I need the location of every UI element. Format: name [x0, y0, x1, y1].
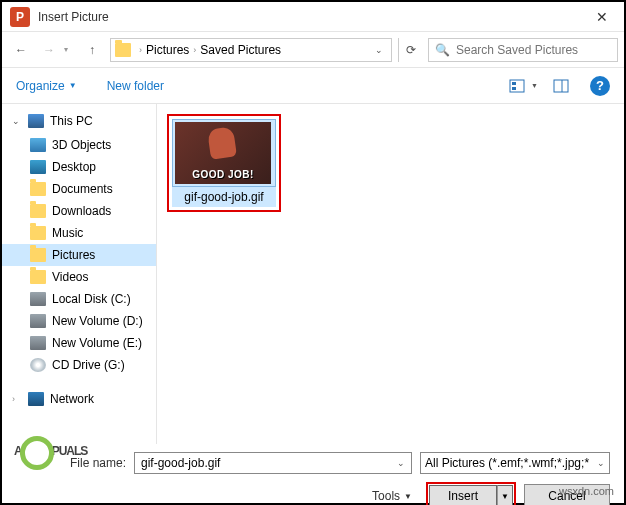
folder-icon [30, 270, 46, 284]
file-name-label: gif-good-job.gif [172, 187, 276, 207]
preview-pane-button[interactable] [548, 75, 574, 97]
this-pc-icon [28, 114, 44, 128]
view-mode-button[interactable]: ▼ [504, 75, 530, 97]
tree-item[interactable]: 3D Objects [2, 134, 156, 156]
svg-rect-3 [554, 80, 568, 92]
tree-label: CD Drive (G:) [52, 358, 125, 372]
dialog-footer: File name: ⌄ All Pictures (*.emf;*.wmf;*… [2, 444, 624, 505]
tree-label: Videos [52, 270, 88, 284]
filename-input[interactable] [139, 455, 395, 471]
tree-item[interactable]: Pictures [2, 244, 156, 266]
tree-label: 3D Objects [52, 138, 111, 152]
breadcrumb-pictures[interactable]: Pictures [146, 43, 189, 57]
tree-label: Music [52, 226, 83, 240]
tree-label: New Volume (E:) [52, 336, 142, 350]
chevron-down-icon: ▼ [69, 81, 77, 90]
address-dropdown-icon[interactable]: ⌄ [371, 45, 387, 55]
refresh-button[interactable]: ⟳ [398, 38, 422, 62]
tree-label: This PC [50, 114, 93, 128]
close-button[interactable]: ✕ [579, 2, 624, 32]
tree-label: Downloads [52, 204, 111, 218]
address-bar[interactable]: › Pictures › Saved Pictures ⌄ [110, 38, 392, 62]
folder-icon [115, 43, 131, 57]
svg-rect-0 [510, 80, 524, 92]
navigation-tree: ⌄ This PC 3D ObjectsDesktopDocumentsDown… [2, 104, 157, 444]
tree-item[interactable]: Documents [2, 178, 156, 200]
tree-item[interactable]: Downloads [2, 200, 156, 222]
folder-icon [30, 248, 46, 262]
chevron-right-icon: › [193, 45, 196, 55]
folder-icon [30, 204, 46, 218]
svg-rect-1 [512, 82, 516, 85]
filename-combo[interactable]: ⌄ [134, 452, 412, 474]
tree-item[interactable]: New Volume (D:) [2, 310, 156, 332]
drive-icon [30, 314, 46, 328]
organize-label: Organize [16, 79, 65, 93]
search-box[interactable]: 🔍 [428, 38, 618, 62]
drive-icon [30, 292, 46, 306]
insert-dropdown-button[interactable]: ▼ [497, 485, 513, 505]
tree-label: New Volume (D:) [52, 314, 143, 328]
network-icon [28, 392, 44, 406]
svg-rect-2 [512, 87, 516, 90]
chevron-down-icon: ⌄ [597, 458, 605, 468]
chevron-down-icon: ▼ [404, 492, 412, 501]
tree-network[interactable]: › Network [2, 388, 156, 410]
chevron-down-icon: ▼ [531, 82, 538, 89]
help-button[interactable]: ? [590, 76, 610, 96]
tree-item[interactable]: CD Drive (G:) [2, 354, 156, 376]
insert-button[interactable]: Insert [429, 485, 497, 505]
folder-icon [30, 226, 46, 240]
search-input[interactable] [454, 42, 611, 58]
caret-down-icon: ⌄ [12, 116, 22, 126]
folder-icon [30, 182, 46, 196]
file-thumbnail[interactable]: GOOD JOB! gif-good-job.gif [172, 119, 276, 207]
3d-icon [30, 138, 46, 152]
title-bar: P Insert Picture ✕ [2, 2, 624, 32]
tree-label: Pictures [52, 248, 95, 262]
tree-label: Local Disk (C:) [52, 292, 131, 306]
tree-item[interactable]: Videos [2, 266, 156, 288]
organize-menu[interactable]: Organize ▼ [16, 79, 77, 93]
tree-label: Documents [52, 182, 113, 196]
highlight-annotation: GOOD JOB! gif-good-job.gif [167, 114, 281, 212]
tree-label: Desktop [52, 160, 96, 174]
tree-item[interactable]: New Volume (E:) [2, 332, 156, 354]
tree-item[interactable]: Desktop [2, 156, 156, 178]
highlight-annotation: Insert ▼ [426, 482, 516, 505]
tree-item[interactable]: Local Disk (C:) [2, 288, 156, 310]
drive-icon [30, 336, 46, 350]
search-icon: 🔍 [435, 43, 450, 57]
cd-icon [30, 358, 46, 372]
file-type-filter[interactable]: All Pictures (*.emf;*.wmf;*.jpg;* ⌄ [420, 452, 610, 474]
forward-button[interactable]: → [36, 38, 62, 62]
caret-right-icon: › [12, 394, 22, 404]
thumbnail-caption: GOOD JOB! [192, 169, 254, 180]
tree-label: Network [50, 392, 94, 406]
filter-text: All Pictures (*.emf;*.wmf;*.jpg;* [425, 456, 589, 470]
thumbnail-image: GOOD JOB! [175, 122, 271, 184]
file-list[interactable]: GOOD JOB! gif-good-job.gif [157, 104, 624, 444]
nav-bar: ← → ▾ ↑ › Pictures › Saved Pictures ⌄ ⟳ … [2, 32, 624, 68]
command-bar: Organize ▼ New folder ▼ ? [2, 68, 624, 104]
history-dropdown-icon[interactable]: ▾ [64, 45, 78, 54]
desktop-icon [30, 160, 46, 174]
new-folder-button[interactable]: New folder [107, 79, 164, 93]
tools-label: Tools [372, 489, 400, 503]
up-button[interactable]: ↑ [80, 38, 104, 62]
tree-item[interactable]: Music [2, 222, 156, 244]
back-button[interactable]: ← [8, 38, 34, 62]
chevron-down-icon[interactable]: ⌄ [395, 458, 407, 468]
breadcrumb-saved-pictures[interactable]: Saved Pictures [200, 43, 281, 57]
cancel-button[interactable]: Cancel [524, 484, 610, 505]
tree-this-pc[interactable]: ⌄ This PC [2, 110, 156, 132]
window-title: Insert Picture [38, 10, 579, 24]
filename-label: File name: [16, 456, 126, 470]
app-icon: P [10, 7, 30, 27]
chevron-right-icon: › [139, 45, 142, 55]
tools-menu[interactable]: Tools ▼ [372, 489, 412, 503]
